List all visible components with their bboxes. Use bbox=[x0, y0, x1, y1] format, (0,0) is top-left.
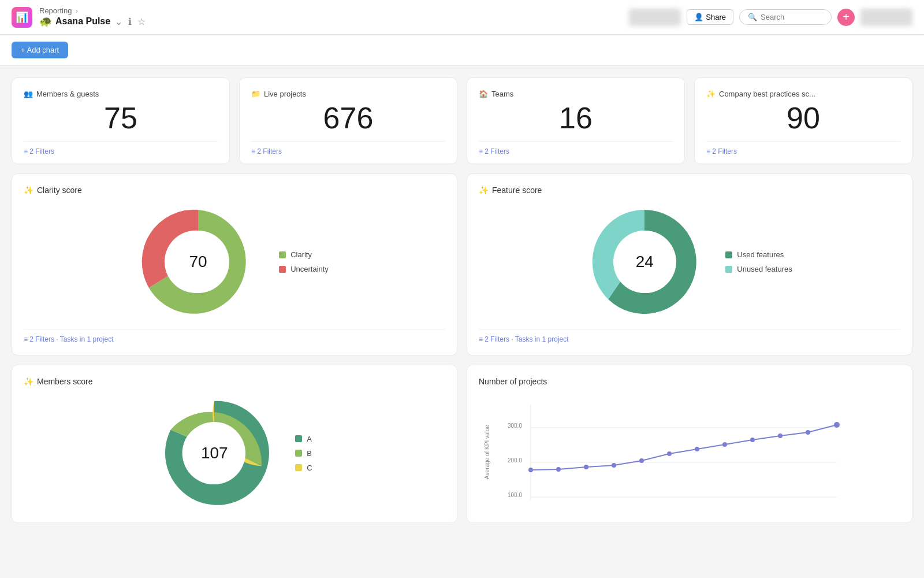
y-axis-label: Average of KPI value bbox=[484, 425, 490, 479]
unused-color-dot bbox=[725, 266, 732, 273]
feature-footer[interactable]: ≡ 2 Filters · Tasks in 1 project bbox=[479, 329, 900, 343]
uncertainty-color-dot bbox=[279, 266, 286, 273]
search-icon: 🔍 bbox=[748, 13, 757, 21]
live-projects-card: 📁 Live projects 676 ≡ 2 Filters bbox=[239, 77, 457, 164]
clarity-legend-item-1: Uncertainty bbox=[279, 265, 329, 273]
page-title: Asana Pulse bbox=[55, 16, 110, 27]
user-profile-blurred bbox=[860, 9, 912, 26]
feature-icon: ✨ bbox=[479, 186, 489, 195]
feature-legend-item-0: Used features bbox=[725, 250, 792, 259]
card-title: ✨ Company best practices sc... bbox=[706, 90, 900, 98]
number-of-projects-card: Number of projects Average of KPI value … bbox=[467, 365, 912, 523]
card-value: 16 bbox=[479, 103, 673, 133]
members-chart-title-text: Members score bbox=[37, 377, 92, 386]
members-legend-label-a: A bbox=[307, 435, 312, 443]
clarity-footer[interactable]: ≡ 2 Filters · Tasks in 1 project bbox=[24, 329, 445, 343]
svg-point-20 bbox=[806, 430, 810, 435]
info-icon[interactable]: ℹ bbox=[127, 15, 133, 28]
feature-legend: Used features Unused features bbox=[725, 250, 792, 273]
breadcrumb-arrow: › bbox=[75, 6, 77, 15]
clarity-title: ✨ Clarity score bbox=[24, 186, 445, 195]
card-value: 90 bbox=[706, 103, 900, 133]
header-right: 👤 Share 🔍 + bbox=[629, 9, 912, 26]
members-legend-label-c: C bbox=[307, 464, 312, 472]
svg-point-19 bbox=[778, 433, 783, 438]
share-label: Share bbox=[706, 13, 726, 21]
search-bar[interactable]: 🔍 bbox=[739, 9, 832, 25]
members-center-value: 107 bbox=[201, 444, 228, 462]
clarity-color-dot bbox=[279, 251, 286, 258]
a-color-dot bbox=[295, 435, 302, 442]
card-value: 75 bbox=[24, 103, 218, 133]
card-title: 📁 Live projects bbox=[251, 90, 445, 98]
members-chart-body: 107 A B C bbox=[24, 395, 445, 511]
card-filter[interactable]: ≡ 2 Filters bbox=[24, 141, 218, 155]
practices-icon: ✨ bbox=[706, 90, 716, 98]
svg-point-21 bbox=[834, 422, 840, 428]
feature-chart-body: 24 Used features Unused features bbox=[479, 204, 900, 320]
bottom-row: ✨ Members score 107 bbox=[12, 365, 912, 523]
card-filter[interactable]: ≡ 2 Filters bbox=[479, 141, 673, 155]
feature-title: ✨ Feature score bbox=[479, 186, 900, 195]
feature-donut: 24 bbox=[587, 204, 702, 320]
feature-title-text: Feature score bbox=[492, 186, 542, 195]
feature-legend-label-0: Used features bbox=[737, 250, 784, 259]
members-score-icon: ✨ bbox=[24, 377, 33, 386]
toolbar: + Add chart bbox=[0, 35, 924, 66]
clarity-donut: 70 bbox=[140, 204, 256, 320]
card-title-text: Teams bbox=[491, 90, 513, 98]
logo-icon: 📊 bbox=[16, 11, 28, 24]
c-color-dot bbox=[295, 464, 302, 471]
app-logo: 📊 bbox=[12, 7, 32, 28]
best-practices-card: ✨ Company best practices sc... 90 ≡ 2 Fi… bbox=[694, 77, 912, 164]
svg-point-14 bbox=[639, 458, 644, 463]
share-icon: 👤 bbox=[694, 13, 703, 21]
chart-row-1: ✨ Clarity score 70 bbox=[12, 173, 912, 355]
clarity-legend-label-1: Uncertainty bbox=[290, 265, 329, 273]
add-button[interactable]: + bbox=[837, 9, 855, 26]
card-title-text: Members & guests bbox=[36, 90, 99, 98]
svg-point-12 bbox=[584, 465, 588, 469]
star-icon[interactable]: ☆ bbox=[136, 15, 147, 28]
line-chart-area: Average of KPI value 100.0 200.0 300.0 bbox=[479, 393, 900, 511]
chevron-down-icon[interactable]: ⌄ bbox=[114, 15, 124, 28]
clarity-score-card: ✨ Clarity score 70 bbox=[12, 173, 457, 355]
clarity-legend-label-0: Clarity bbox=[290, 250, 312, 259]
members-icon: 👥 bbox=[24, 90, 33, 98]
card-filter[interactable]: ≡ 2 Filters bbox=[251, 141, 445, 155]
card-title-text: Company best practices sc... bbox=[719, 90, 815, 98]
share-button[interactable]: 👤 Share bbox=[687, 9, 733, 25]
card-filter[interactable]: ≡ 2 Filters bbox=[706, 141, 900, 155]
feature-legend-label-1: Unused features bbox=[737, 265, 792, 273]
main-content: 👥 Members & guests 75 ≡ 2 Filters 📁 Live… bbox=[0, 66, 924, 535]
members-legend-item-c: C bbox=[295, 464, 312, 472]
search-input[interactable] bbox=[761, 13, 823, 21]
members-donut: 107 bbox=[157, 395, 272, 511]
breadcrumb-text: Reporting bbox=[39, 6, 72, 15]
line-chart-title: Number of projects bbox=[479, 377, 900, 386]
svg-point-17 bbox=[722, 442, 727, 447]
card-title-text: Live projects bbox=[264, 90, 306, 98]
clarity-legend-item-0: Clarity bbox=[279, 250, 329, 259]
clarity-title-text: Clarity score bbox=[37, 186, 82, 195]
stat-cards-row: 👥 Members & guests 75 ≡ 2 Filters 📁 Live… bbox=[12, 77, 912, 164]
members-guests-card: 👥 Members & guests 75 ≡ 2 Filters bbox=[12, 77, 230, 164]
clarity-icon: ✨ bbox=[24, 186, 33, 195]
b-color-dot bbox=[295, 450, 302, 457]
svg-point-18 bbox=[750, 438, 755, 442]
clarity-legend: Clarity Uncertainty bbox=[279, 250, 329, 273]
app-header: 📊 Reporting › 🐢 Asana Pulse ⌄ ℹ ☆ 👤 Shar… bbox=[0, 0, 924, 35]
feature-center-value: 24 bbox=[636, 253, 654, 271]
members-legend: A B C bbox=[295, 435, 312, 472]
clarity-center-value: 70 bbox=[189, 253, 207, 271]
svg-text:100.0: 100.0 bbox=[508, 492, 522, 498]
feature-score-card: ✨ Feature score 24 bbox=[467, 173, 912, 355]
svg-point-16 bbox=[695, 447, 699, 451]
add-chart-button[interactable]: + Add chart bbox=[12, 42, 68, 58]
used-color-dot bbox=[725, 251, 732, 258]
members-legend-item-b: B bbox=[295, 449, 312, 458]
clarity-chart-body: 70 Clarity Uncertainty bbox=[24, 204, 445, 320]
members-chart-title: ✨ Members score bbox=[24, 377, 445, 386]
svg-text:200.0: 200.0 bbox=[508, 457, 522, 464]
members-legend-label-b: B bbox=[307, 449, 312, 458]
